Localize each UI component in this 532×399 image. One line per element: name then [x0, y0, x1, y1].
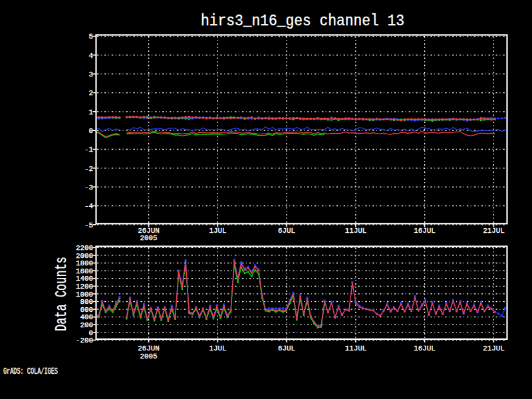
- svg-text:6JUL: 6JUL: [278, 344, 295, 352]
- svg-text:2005: 2005: [140, 234, 158, 242]
- svg-text:11JUL: 11JUL: [345, 344, 367, 352]
- svg-text:2000: 2000: [76, 252, 93, 260]
- svg-text:-2: -2: [84, 165, 93, 173]
- svg-text:400: 400: [80, 313, 94, 321]
- svg-text:2: 2: [89, 89, 94, 97]
- svg-text:2005: 2005: [140, 352, 158, 360]
- svg-text:GrADS: COLA/IGES: GrADS: COLA/IGES: [3, 367, 58, 376]
- svg-text:-3: -3: [84, 184, 93, 192]
- svg-text:21JUL: 21JUL: [483, 344, 505, 352]
- svg-text:0: 0: [89, 329, 94, 337]
- svg-text:-5: -5: [84, 221, 93, 229]
- svg-text:-4: -4: [84, 202, 93, 210]
- svg-text:Data Counts: Data Counts: [53, 257, 70, 331]
- svg-text:hirs3_n16_ges channel 13: hirs3_n16_ges channel 13: [201, 12, 404, 30]
- svg-text:1JUL: 1JUL: [209, 344, 226, 352]
- svg-text:3: 3: [89, 70, 94, 78]
- svg-text:4: 4: [89, 52, 94, 60]
- svg-text:1200: 1200: [76, 283, 93, 291]
- svg-text:1: 1: [89, 108, 94, 116]
- svg-text:2200: 2200: [76, 244, 93, 252]
- svg-text:5: 5: [89, 33, 94, 41]
- svg-text:11JUL: 11JUL: [345, 227, 367, 235]
- svg-text:-1: -1: [84, 146, 93, 154]
- svg-text:1600: 1600: [76, 267, 93, 275]
- svg-text:16JUL: 16JUL: [414, 227, 436, 235]
- svg-text:16JUL: 16JUL: [414, 344, 436, 352]
- svg-text:200: 200: [80, 321, 94, 329]
- svg-text:0: 0: [89, 127, 94, 135]
- svg-text:1000: 1000: [76, 291, 93, 299]
- svg-text:1800: 1800: [76, 259, 93, 267]
- svg-text:800: 800: [80, 298, 94, 306]
- svg-text:21JUL: 21JUL: [483, 227, 505, 235]
- svg-text:6JUL: 6JUL: [278, 227, 295, 235]
- svg-text:-200: -200: [76, 336, 93, 344]
- svg-text:1JUL: 1JUL: [209, 227, 226, 235]
- svg-text:26JUN: 26JUN: [138, 344, 160, 352]
- svg-text:1400: 1400: [76, 275, 93, 283]
- svg-text:600: 600: [80, 306, 94, 314]
